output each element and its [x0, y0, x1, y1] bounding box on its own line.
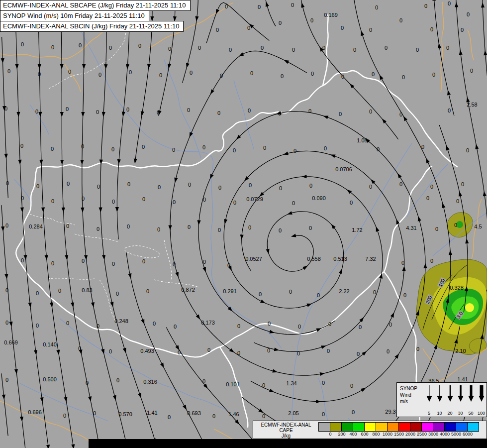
streamline-arrowhead-icon [196, 315, 202, 321]
streamline-arrowhead-icon [321, 344, 327, 349]
cape-tick-label: 0 [329, 432, 331, 437]
streamline-arrowhead-icon [361, 386, 367, 392]
streamline-arrowhead-icon [474, 144, 479, 149]
streamline-arrowhead-icon [80, 160, 84, 165]
streamline [206, 2, 269, 43]
streamline-arrowhead-icon [147, 64, 151, 69]
streamline-arrowhead-icon [157, 111, 161, 116]
streamline-arrowhead-icon [101, 349, 105, 354]
streamline-arrowhead-icon [448, 250, 452, 255]
streamline-arrowhead-icon [258, 409, 264, 415]
streamline-arrowhead-icon [125, 64, 129, 69]
streamline-arrowhead-icon [104, 64, 108, 69]
streamline-arrowhead-icon [287, 211, 292, 216]
cape-color-cell [364, 422, 376, 432]
cape-tick-label: 1500 [394, 432, 404, 437]
streamline-arrowhead-icon [396, 172, 401, 178]
streamline-arrowhead-icon [28, 303, 32, 308]
wind-legend-title: SYNOP Wind m/s [397, 383, 424, 417]
title-sbcin: ECMWF-INDEX-ANAL SBCIN (J/kg) Friday 21-… [0, 21, 184, 32]
cape-tick-label: 2000 [405, 432, 415, 437]
cape-region-core [465, 303, 474, 312]
wind-speed-value: 50 [468, 411, 473, 416]
streamline [126, 252, 208, 448]
cape-tick-label: 200 [338, 432, 345, 437]
streamline [166, 328, 263, 448]
cape-shaded-regions [416, 213, 487, 355]
cape-tick-label: 6000 [463, 432, 473, 437]
streamline-arrowhead-icon [272, 369, 278, 374]
cape-tick-label: 2500 [417, 432, 427, 437]
wind-speed-value: 100 [478, 411, 485, 416]
cape-tick-label: 400 [349, 432, 357, 437]
streamline-arrowhead-icon [113, 395, 117, 401]
streamline [300, 0, 398, 139]
cape-color-cell [387, 422, 399, 432]
streamline [1, 373, 8, 436]
streamline-arrowhead-icon [300, 2, 304, 7]
streamline-arrowhead-icon [320, 371, 325, 376]
streamline-arrowhead-icon [359, 30, 364, 36]
cape-color-cell [341, 422, 353, 432]
streamline-arrowhead-icon [240, 234, 244, 239]
streamline-arrowhead-icon [1, 226, 5, 231]
streamline-arrowhead-icon [121, 112, 125, 117]
cape-color-cell [421, 422, 433, 432]
streamline-arrowhead-icon [175, 345, 181, 351]
streamline-arrowhead-icon [423, 263, 427, 268]
country-borders [16, 15, 457, 427]
streamline-arrowhead-icon [15, 64, 18, 69]
cape-tick-label: 5000 [451, 432, 461, 437]
streamline-arrowhead-icon [123, 348, 128, 354]
wind-arrow-icon [446, 384, 455, 402]
title-synop-wind: SYNOP Wind (m/s) 10m Friday 21-11-2025 1… [0, 10, 149, 21]
title-block: ECMWF-INDEX-ANAL SBCAPE (J/kg) Friday 21… [0, 0, 191, 32]
streamline-arrowhead-icon [117, 159, 121, 165]
streamline-arrowhead-icon [4, 154, 8, 159]
cape-colorbar-wrap: 0200400600800100015002000250030004000500… [319, 421, 487, 439]
streamline-arrowhead-icon [60, 112, 64, 117]
weather-map [0, 0, 487, 448]
streamline-arrowhead-icon [14, 369, 18, 374]
streamline-arrowhead-icon [283, 151, 288, 156]
streamline-arrowhead-icon [195, 16, 198, 22]
streamline-arrowhead-icon [18, 160, 22, 165]
cape-legend-source: ECMWF-INDEX-ANAL [253, 422, 319, 428]
streamline-arrowhead-icon [260, 300, 266, 305]
streamline-arrowhead-icon [81, 208, 85, 213]
cape-legend-units: J/kg [253, 433, 319, 439]
wind-speed-item: 30 [455, 383, 466, 417]
streamline-arrowhead-icon [378, 74, 384, 80]
streamline-arrowhead-icon [185, 63, 189, 68]
streamline-arrowhead-icon [20, 208, 24, 213]
streamline-arrowhead-icon [84, 255, 88, 260]
cape-tick-label: 4000 [440, 432, 450, 437]
wind-speed-value: 30 [458, 411, 463, 416]
cape-tick-label: 3000 [428, 432, 438, 437]
streamline-arrowhead-icon [266, 249, 271, 254]
streamline-arrowhead-icon [138, 393, 143, 399]
wind-speed-item: 10 [434, 383, 445, 417]
streamline-arrowhead-icon [98, 208, 102, 213]
cape-color-cell [444, 422, 456, 432]
streamline-arrowhead-icon [168, 225, 172, 230]
streamline-arrowhead-icon [38, 112, 42, 117]
cape-legend-param: CAPE [253, 428, 319, 433]
wind-legend: SYNOP Wind m/s 510203050100 [396, 382, 487, 417]
streamline-arrowhead-icon [445, 145, 450, 151]
streamline-arrowhead-icon [20, 417, 24, 422]
streamline-arrowhead-icon [238, 52, 244, 58]
streamline-arrowhead-icon [128, 273, 132, 279]
streamline-arrowhead-icon [291, 234, 296, 238]
streamline-arrowhead-icon [79, 349, 83, 355]
regional-borders [30, 26, 199, 322]
streamline-arrowhead-icon [88, 396, 93, 402]
wind-arrow-icon [467, 384, 476, 402]
wind-speed-value: 10 [437, 411, 442, 416]
wind-arrow-icon [456, 384, 465, 402]
streamline-arrowhead-icon [390, 312, 396, 318]
wind-speed-item: 5 [424, 383, 434, 417]
streamline-arrowhead-icon [62, 208, 66, 213]
cape-legend: ECMWF-INDEX-ANAL CAPE J/kg 0200400600800… [253, 421, 487, 439]
wind-speed-value: 5 [428, 411, 430, 416]
